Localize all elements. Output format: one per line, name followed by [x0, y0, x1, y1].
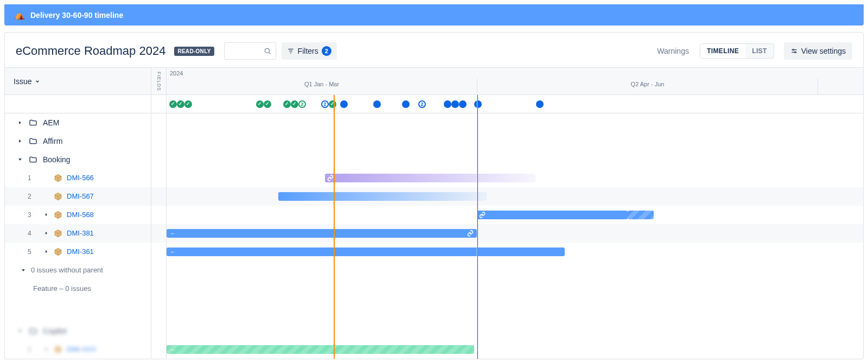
issue-rank: 2: [28, 193, 36, 200]
chevron-right-icon: [17, 120, 23, 125]
milestone-dot[interactable]: ✓: [291, 100, 298, 108]
link-icon: [467, 230, 474, 237]
readonly-badge: READ-ONLY: [174, 47, 214, 56]
bar-dmi-568-solid[interactable]: [477, 211, 628, 219]
bar-dmi-567[interactable]: [278, 192, 487, 201]
chevron-right-icon[interactable]: [43, 347, 49, 352]
issue-tree: AEM Affirm Booking 1 DMI-566 2: [5, 95, 151, 359]
issue-key[interactable]: DMI-567: [67, 192, 94, 200]
spacer-row: [5, 298, 151, 322]
quarter-q1: Q1 Jan - Mar: [167, 79, 477, 95]
filters-label: Filters: [298, 47, 318, 55]
issue-row-blurred[interactable]: 1 DMI-XXX: [5, 340, 151, 359]
milestone-dot[interactable]: 2: [298, 100, 306, 108]
svg-marker-16: [18, 330, 22, 332]
milestone-dot[interactable]: [459, 100, 467, 108]
feature-group[interactable]: Feature – 0 issues: [5, 280, 151, 298]
issue-key[interactable]: DMI-568: [67, 211, 94, 219]
issue-column-header[interactable]: Issue: [5, 68, 151, 95]
sliders-icon: [790, 47, 798, 55]
issue-row-dmi-381[interactable]: 4 DMI-381: [5, 224, 151, 243]
issue-key[interactable]: DMI-361: [67, 247, 94, 256]
milestone-dot[interactable]: [536, 100, 544, 108]
timeline-row-spacer: [167, 298, 863, 322]
timeline-body[interactable]: ✓✓✓✓✓✓✓22✓2 ←: [167, 95, 863, 359]
milestone-dot[interactable]: ✓: [177, 100, 184, 108]
timeline-grid: Issue FIELDS 2024 Q1 Jan - Mar Q2 Apr - …: [5, 67, 863, 359]
issue-column-label: Issue: [14, 77, 31, 86]
issue-row-dmi-568[interactable]: 3 DMI-568: [5, 206, 151, 224]
quarter-q2: Q2 Apr - Jun: [477, 79, 818, 95]
milestone-dot[interactable]: ✓: [329, 100, 336, 108]
svg-line-1: [269, 53, 270, 54]
milestone-dot[interactable]: ✓: [184, 100, 192, 108]
filters-button[interactable]: Filters 2: [282, 42, 337, 60]
milestone-dot[interactable]: [451, 100, 459, 108]
arrow-left-icon: ←: [167, 230, 179, 237]
svg-marker-15: [22, 269, 25, 271]
issue-key[interactable]: DMI-566: [67, 174, 94, 182]
warnings-button[interactable]: Warnings: [652, 43, 694, 59]
bar-blurred[interactable]: ←: [167, 345, 474, 354]
quarter-q3: [818, 79, 863, 95]
bar-dmi-361[interactable]: ←: [167, 247, 565, 256]
no-parent-group[interactable]: 0 issues without parent: [5, 261, 151, 280]
chevron-right-icon[interactable]: [43, 231, 49, 236]
bar-dmi-566[interactable]: [325, 174, 535, 182]
group-label: Affirm: [43, 137, 62, 145]
timeline-row-dmi-568: [167, 206, 863, 224]
chevron-down-icon: [17, 328, 23, 334]
search-input[interactable]: [224, 42, 276, 60]
folder-icon: [29, 327, 37, 335]
view-settings-button[interactable]: View settings: [784, 42, 852, 60]
issue-key[interactable]: DMI-XXX: [67, 345, 96, 353]
filter-icon: [287, 47, 295, 55]
timeline-row-blurred-issue: ←: [167, 340, 863, 359]
issue-row-dmi-361[interactable]: 5 DMI-361: [5, 243, 151, 261]
issue-key[interactable]: DMI-381: [67, 229, 94, 237]
view-mode-list[interactable]: LIST: [745, 44, 774, 58]
timeline-row-dmi-381: ←: [167, 224, 863, 243]
timeline-row-blurred-group: [167, 322, 863, 340]
svg-marker-10: [19, 139, 21, 143]
chevron-down-icon: [17, 157, 23, 162]
link-icon: [327, 175, 334, 181]
chevron-right-icon[interactable]: [43, 249, 49, 254]
milestone-dot[interactable]: 2: [418, 100, 426, 108]
svg-marker-12: [46, 213, 47, 216]
fields-column-header[interactable]: FIELDS: [151, 68, 167, 95]
folder-icon: [29, 118, 37, 127]
milestone-dot[interactable]: ✓: [283, 100, 291, 108]
milestone-dot[interactable]: ✓: [169, 100, 177, 108]
milestone-strip: ✓✓✓✓✓✓✓22✓2: [167, 95, 863, 113]
issue-rank: 1: [28, 346, 36, 353]
milestone-dot[interactable]: 2: [321, 100, 329, 108]
group-booking[interactable]: Booking: [5, 150, 151, 169]
milestone-dot[interactable]: ✓: [256, 100, 264, 108]
milestone-dot[interactable]: [402, 100, 410, 108]
goal-emoji-icon: ⛺: [14, 10, 25, 20]
milestone-dot[interactable]: ✓: [264, 100, 271, 108]
bar-dmi-381[interactable]: ←: [167, 229, 477, 238]
chevron-down-icon: [35, 79, 40, 84]
view-mode-timeline[interactable]: TIMELINE: [700, 44, 745, 58]
group-blurred[interactable]: Copilot: [5, 322, 151, 340]
issue-row-dmi-567[interactable]: 2 DMI-567: [5, 187, 151, 206]
milestone-dot[interactable]: [340, 100, 348, 108]
group-aem[interactable]: AEM: [5, 113, 151, 132]
group-affirm[interactable]: Affirm: [5, 132, 151, 150]
milestone-dot[interactable]: [474, 100, 482, 108]
view-mode-segmented: TIMELINE LIST: [700, 43, 774, 59]
milestone-dot[interactable]: [444, 100, 451, 108]
issue-row-dmi-566[interactable]: 1 DMI-566: [5, 169, 151, 187]
svg-point-6: [793, 49, 794, 50]
timeline-row-dmi-567: [167, 187, 863, 206]
milestone-dot[interactable]: [373, 100, 381, 108]
chevron-right-icon[interactable]: [43, 212, 49, 217]
bar-dmi-568-buffer[interactable]: [628, 211, 654, 219]
timeline-year: 2024: [167, 68, 863, 79]
chevron-right-icon: [17, 138, 23, 144]
link-icon: [479, 212, 486, 218]
fields-column[interactable]: [151, 95, 167, 359]
issue-rank: 5: [28, 248, 36, 256]
